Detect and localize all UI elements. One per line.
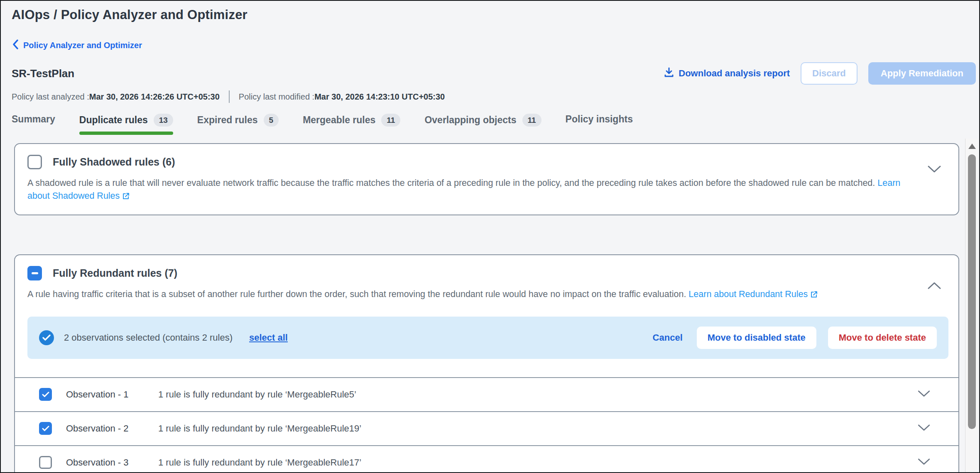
page-header: AIOps / Policy Analyzer and Optimizer Po… bbox=[1, 1, 979, 103]
download-report-label: Download analysis report bbox=[679, 68, 790, 79]
selection-bar: 2 observations selected (contains 2 rule… bbox=[27, 317, 948, 359]
tab-label: Policy insights bbox=[566, 114, 633, 125]
chevron-down-icon[interactable] bbox=[917, 458, 931, 468]
tab-label: Overlapping objects bbox=[424, 115, 516, 126]
move-to-disabled-button[interactable]: Move to disabled state bbox=[697, 327, 816, 349]
page-title: AIOps / Policy Analyzer and Optimizer bbox=[12, 7, 976, 22]
description-text: A rule having traffic criteria that is a… bbox=[27, 289, 686, 299]
last-analyzed-label: Policy last analyzed : bbox=[12, 92, 89, 102]
redundant-rules-description: A rule having traffic criteria that is a… bbox=[27, 288, 909, 302]
chevron-left-icon bbox=[12, 39, 19, 51]
observation-row-1: Observation - 1 1 rule is fully redundan… bbox=[15, 377, 958, 411]
tab-count-badge: 5 bbox=[264, 114, 279, 127]
discard-button[interactable]: Discard bbox=[801, 62, 858, 85]
learn-redundant-rules-link[interactable]: Learn about Redundant Rules bbox=[688, 289, 808, 299]
back-link-label[interactable]: Policy Analyzer and Optimizer bbox=[23, 41, 142, 50]
observation-1-checkbox[interactable] bbox=[39, 388, 52, 401]
app-window: AIOps / Policy Analyzer and Optimizer Po… bbox=[0, 0, 980, 473]
shadowed-rules-card: Fully Shadowed rules (6) A shadowed rule… bbox=[14, 143, 959, 215]
last-analyzed-value: Mar 30, 2026 14:26:26 UTC+05:30 bbox=[89, 92, 220, 102]
scrollbar-thumb[interactable] bbox=[968, 154, 976, 429]
tab-label: Mergeable rules bbox=[303, 115, 375, 126]
chevron-down-icon[interactable] bbox=[917, 390, 931, 400]
last-modified-value: Mar 30, 2026 14:23:10 UTC+05:30 bbox=[314, 92, 445, 102]
plan-name: SR-TestPlan bbox=[12, 67, 74, 80]
meta-divider bbox=[229, 90, 230, 103]
redundant-rules-checkbox[interactable] bbox=[27, 266, 42, 280]
apply-remediation-button[interactable]: Apply Remediation bbox=[868, 62, 976, 85]
tab-policy-insights[interactable]: Policy insights bbox=[566, 114, 633, 133]
tab-count-badge: 11 bbox=[522, 114, 541, 127]
observation-list: Observation - 1 1 rule is fully redundan… bbox=[15, 377, 958, 473]
external-link-icon bbox=[810, 289, 818, 302]
tab-label: Expired rules bbox=[197, 115, 258, 126]
download-report-link[interactable]: Download analysis report bbox=[664, 67, 790, 80]
header-actions: Download analysis report Discard Apply R… bbox=[664, 62, 976, 85]
back-link[interactable]: Policy Analyzer and Optimizer bbox=[12, 39, 976, 51]
tab-expired-rules[interactable]: Expired rules 5 bbox=[197, 114, 279, 135]
description-text: A shadowed rule is a rule that will neve… bbox=[27, 178, 875, 188]
main-content: Fully Shadowed rules (6) A shadowed rule… bbox=[1, 143, 979, 473]
tab-label: Summary bbox=[12, 114, 55, 125]
tab-label: Duplicate rules bbox=[79, 115, 148, 126]
chevron-down-icon[interactable] bbox=[917, 424, 931, 434]
observation-2-checkbox[interactable] bbox=[39, 422, 52, 435]
tab-mergeable-rules[interactable]: Mergeable rules 11 bbox=[303, 114, 400, 135]
redundant-rules-card: Fully Redundant rules (7) A rule having … bbox=[14, 254, 959, 473]
select-all-link[interactable]: select all bbox=[249, 332, 288, 343]
observation-label: Observation - 2 bbox=[66, 423, 145, 434]
tab-bar: Summary Duplicate rules 13 Expired rules… bbox=[1, 114, 979, 135]
tab-count-badge: 11 bbox=[381, 114, 400, 127]
observation-label: Observation - 1 bbox=[66, 389, 145, 400]
move-to-delete-button[interactable]: Move to delete state bbox=[828, 327, 937, 349]
observation-label: Observation - 3 bbox=[66, 457, 145, 468]
scroll-up-arrow-icon[interactable] bbox=[968, 144, 976, 149]
tab-count-badge: 13 bbox=[154, 114, 173, 127]
tab-duplicate-rules[interactable]: Duplicate rules 13 bbox=[79, 114, 173, 135]
cancel-selection-link[interactable]: Cancel bbox=[653, 332, 683, 343]
chevron-up-icon[interactable] bbox=[927, 281, 942, 292]
observation-description: 1 rule is fully redundant by rule ‘Merge… bbox=[158, 423, 361, 434]
tab-overlapping-objects[interactable]: Overlapping objects 11 bbox=[424, 114, 541, 135]
shadowed-rules-title: Fully Shadowed rules (6) bbox=[53, 156, 175, 168]
observation-row-2: Observation - 2 1 rule is fully redundan… bbox=[15, 411, 958, 445]
observation-3-checkbox[interactable] bbox=[39, 456, 52, 469]
chevron-down-icon[interactable] bbox=[927, 165, 942, 176]
selected-check-icon bbox=[39, 330, 54, 345]
external-link-icon bbox=[122, 191, 130, 204]
redundant-rules-title: Fully Redundant rules (7) bbox=[53, 267, 177, 279]
observation-description: 1 rule is fully redundant by rule ‘Merge… bbox=[158, 389, 356, 400]
shadowed-rules-description: A shadowed rule is a rule that will neve… bbox=[27, 177, 909, 204]
vertical-scrollbar[interactable] bbox=[965, 139, 978, 472]
tab-summary[interactable]: Summary bbox=[12, 114, 55, 133]
shadowed-rules-checkbox[interactable] bbox=[27, 155, 42, 169]
observation-row-3: Observation - 3 1 rule is fully redundan… bbox=[15, 445, 958, 473]
selection-summary: 2 observations selected (contains 2 rule… bbox=[64, 332, 233, 343]
download-icon bbox=[664, 67, 674, 80]
last-modified-label: Policy last modified : bbox=[239, 92, 314, 102]
policy-meta: Policy last analyzed : Mar 30, 2026 14:2… bbox=[12, 90, 976, 103]
observation-description: 1 rule is fully redundant by rule ‘Merge… bbox=[158, 457, 361, 468]
